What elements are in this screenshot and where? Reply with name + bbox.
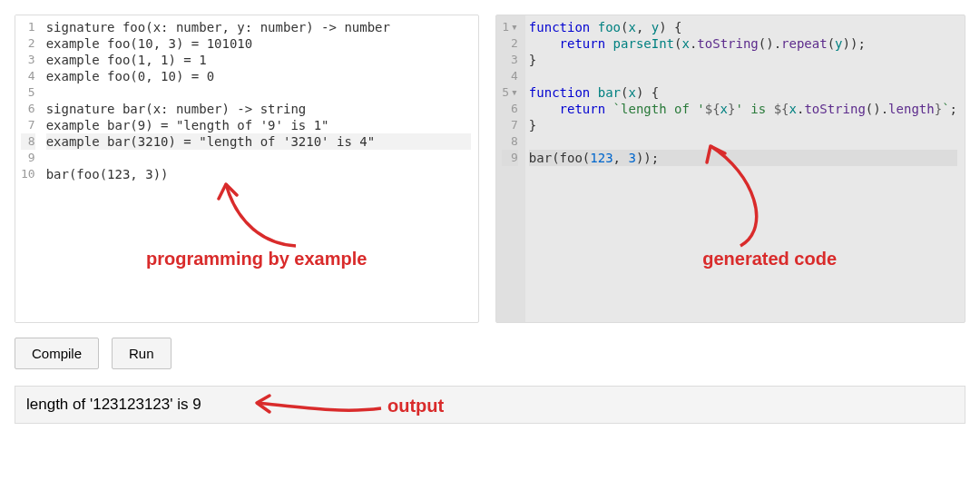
- line-number: 8: [21, 133, 35, 150]
- line-number: 3: [21, 52, 35, 68]
- right-code[interactable]: function foo(x, y) { return parseInt(x.t…: [525, 15, 965, 322]
- left-code[interactable]: signature foo(x: number, y: number) -> n…: [43, 15, 479, 322]
- line-number: 8: [502, 133, 518, 150]
- line-number: 10: [21, 166, 35, 182]
- line-number: 9: [21, 150, 35, 166]
- code-line[interactable]: bar(foo(123, 3)): [46, 166, 472, 182]
- code-line[interactable]: function foo(x, y) {: [529, 19, 957, 35]
- code-line[interactable]: [46, 150, 472, 166]
- arrow-icon: [250, 392, 386, 419]
- code-line[interactable]: example foo(10, 3) = 101010: [46, 35, 472, 52]
- code-line[interactable]: signature bar(x: number) -> string: [46, 101, 472, 117]
- line-number: 7: [21, 117, 35, 133]
- code-line[interactable]: [46, 84, 472, 101]
- line-number: 1▾: [502, 19, 518, 35]
- line-number: 6: [502, 101, 518, 117]
- output-annotation-label: output: [387, 396, 444, 416]
- left-gutter: 12345678910: [15, 15, 43, 322]
- code-line[interactable]: example foo(0, 10) = 0: [46, 68, 472, 84]
- line-number: 4: [502, 68, 518, 84]
- line-number: 4: [21, 68, 35, 84]
- code-line[interactable]: example bar(9) = "length of '9' is 1": [46, 117, 472, 133]
- code-line[interactable]: return parseInt(x.toString().repeat(y));: [529, 35, 957, 52]
- code-line[interactable]: example bar(3210) = "length of '3210' is…: [46, 133, 472, 150]
- code-line[interactable]: }: [529, 117, 957, 133]
- code-line[interactable]: bar(foo(123, 3));: [529, 150, 957, 166]
- line-number: 6: [21, 101, 35, 117]
- output-text: length of '123123123' is 9: [26, 396, 201, 413]
- left-editor[interactable]: 12345678910 signature foo(x: number, y: …: [15, 15, 479, 323]
- right-editor[interactable]: 1▾2345▾6789 function foo(x, y) { return …: [495, 15, 965, 323]
- line-number: 2: [502, 35, 518, 52]
- line-number: 2: [21, 35, 35, 52]
- compile-button[interactable]: Compile: [15, 338, 99, 369]
- line-number: 9: [502, 150, 518, 166]
- line-number: 1: [21, 19, 35, 35]
- code-line[interactable]: return `length of '${x}' is ${x.toString…: [529, 101, 957, 117]
- code-line[interactable]: }: [529, 52, 957, 68]
- code-line[interactable]: [529, 133, 957, 150]
- code-line[interactable]: example foo(1, 1) = 1: [46, 52, 472, 68]
- line-number: 5: [21, 84, 35, 101]
- line-number: 5▾: [502, 84, 518, 101]
- output-panel: length of '123123123' is 9 output: [15, 386, 965, 424]
- line-number: 7: [502, 117, 518, 133]
- right-gutter: 1▾2345▾6789: [496, 15, 525, 322]
- code-line[interactable]: signature foo(x: number, y: number) -> n…: [46, 19, 472, 35]
- button-row: Compile Run: [15, 338, 965, 369]
- code-line[interactable]: [529, 68, 957, 84]
- line-number: 3: [502, 52, 518, 68]
- code-line[interactable]: function bar(x) {: [529, 84, 957, 101]
- editor-row: 12345678910 signature foo(x: number, y: …: [15, 15, 965, 323]
- run-button[interactable]: Run: [112, 338, 172, 369]
